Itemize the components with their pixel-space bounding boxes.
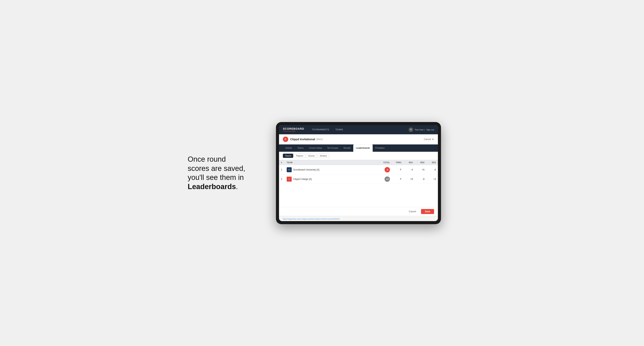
leaderboard-content: # TEAM TOTAL THRU RD1 RD2 RD3 1 <box>279 160 438 184</box>
col-team: TEAM <box>285 160 376 165</box>
team-cell: C Clippd College [A] <box>285 174 376 184</box>
subtab-teams[interactable]: Teams <box>283 154 293 158</box>
leaderboards-bold: Leaderboards <box>188 182 236 191</box>
subtab-players[interactable]: Players <box>294 154 305 158</box>
table-body: 1 SU Scoreboard University [A] -5 <box>279 165 438 184</box>
team-logo-scoreboard: SU <box>287 167 292 172</box>
powered-by-text: Powered by clippd <box>283 130 304 132</box>
team-cell: SU Scoreboard University [A] <box>285 165 376 174</box>
nav-right: B Test User | Sign out <box>408 127 434 132</box>
footer-cancel-button[interactable]: Cancel <box>406 209 419 214</box>
col-rd3: RD3 <box>426 160 438 165</box>
table-header: # TEAM TOTAL THRU RD1 RD2 RD3 <box>279 160 438 165</box>
tab-course-setup[interactable]: Course Setup <box>306 145 324 152</box>
rd2-cell: -8 <box>415 174 426 184</box>
sign-out-link[interactable]: Sign out <box>426 129 434 131</box>
user-name: Test User | <box>415 129 425 131</box>
team-logo-clippd: C <box>287 177 292 182</box>
tournament-name: Clippd Invitational <box>290 138 315 141</box>
tab-teams[interactable]: Teams <box>295 145 306 152</box>
nav-item-tournaments[interactable]: TOURNAMENTS <box>309 125 332 134</box>
table-row: 1 SU Scoreboard University [A] -5 <box>279 165 438 174</box>
logo-area: SCOREBOARD Powered by clippd <box>283 127 304 132</box>
tournament-icon: C <box>283 137 288 142</box>
brand-name: clippd <box>291 130 295 132</box>
rank-cell: 2 <box>279 174 285 184</box>
rd1-cell: -4 <box>403 165 415 174</box>
subtab-strokes[interactable]: Strokes <box>318 154 329 158</box>
content-spacer <box>279 184 438 207</box>
subtab-scores[interactable]: Scores <box>306 154 317 158</box>
col-rank: # <box>279 160 285 165</box>
col-rd1: RD1 <box>403 160 415 165</box>
footer-save-button[interactable]: Save <box>421 209 434 214</box>
close-icon: ✕ <box>432 138 434 141</box>
score-badge-gray: +3 <box>384 176 390 182</box>
rank-cell: 1 <box>279 165 285 174</box>
url-link[interactable]: https://stage-blue-coach.stagescoreboard… <box>283 218 340 220</box>
tournament-cancel-button[interactable]: Cancel ✕ <box>424 138 434 141</box>
thru-cell: F <box>392 165 403 174</box>
tablet-wrapper: SCOREBOARD Powered by clippd TOURNAMENTS… <box>260 122 456 224</box>
col-thru: THRU <box>392 160 403 165</box>
tournament-type: (Men) <box>316 138 323 141</box>
total-cell: +3 <box>376 174 392 184</box>
tab-leaderboards[interactable]: Leaderboards <box>353 145 373 152</box>
user-avatar: B <box>408 127 413 132</box>
thru-cell: F <box>392 174 403 184</box>
total-cell: -5 <box>376 165 392 174</box>
subtab-bar: Teams Players Scores Strokes <box>279 152 438 160</box>
description-text: Once round scores are saved, you'll see … <box>188 155 245 191</box>
col-total: TOTAL <box>376 160 392 165</box>
team-name: Clippd College [A] <box>293 178 312 180</box>
tablet-screen: SCOREBOARD Powered by clippd TOURNAMENTS… <box>279 125 438 221</box>
nav-items: TOURNAMENTS TEAMS <box>309 125 408 134</box>
page-wrapper: Once round scores are saved, you'll see … <box>188 122 456 224</box>
footer: Cancel Save <box>279 207 438 216</box>
tablet-device: SCOREBOARD Powered by clippd TOURNAMENTS… <box>276 122 441 224</box>
rd3-cell: +3 <box>426 174 438 184</box>
table-row: 2 C Clippd College [A] +3 <box>279 174 438 184</box>
score-badge-red: -5 <box>384 167 390 173</box>
nav-item-teams[interactable]: TEAMS <box>332 125 346 134</box>
tab-tee-groups[interactable]: Tee Groups <box>324 145 341 152</box>
team-name: Scoreboard University [A] <box>293 169 319 171</box>
tab-printables[interactable]: Printables <box>373 145 388 152</box>
tab-bar: Details Teams Course Setup Tee Groups Re… <box>279 145 438 152</box>
app-logo: SCOREBOARD <box>283 127 304 130</box>
tab-results[interactable]: Results <box>341 145 353 152</box>
rd3-cell: -6 <box>426 165 438 174</box>
col-rd2: RD2 <box>415 160 426 165</box>
tab-details[interactable]: Details <box>283 145 295 152</box>
leaderboard-table: # TEAM TOTAL THRU RD1 RD2 RD3 1 <box>279 160 438 184</box>
rd1-cell: +8 <box>403 174 415 184</box>
left-description: Once round scores are saved, you'll see … <box>188 155 249 191</box>
top-navigation: SCOREBOARD Powered by clippd TOURNAMENTS… <box>279 125 438 134</box>
tournament-header: C Clippd Invitational (Men) Cancel ✕ <box>279 134 438 145</box>
url-bar: https://stage-blue-coach.stagescoreboard… <box>279 216 438 221</box>
rd2-cell: +5 <box>415 165 426 174</box>
